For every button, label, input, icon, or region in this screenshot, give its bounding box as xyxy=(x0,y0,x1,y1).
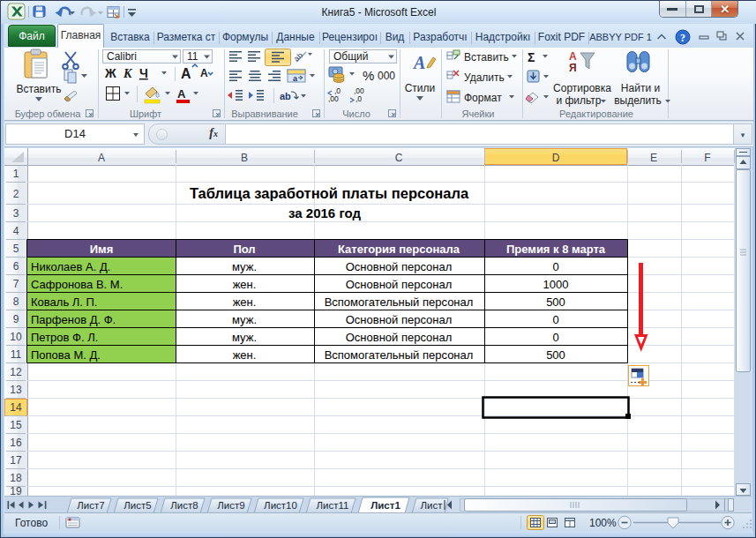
svg-text:F: F xyxy=(704,152,710,164)
svg-text:муж.: муж. xyxy=(232,313,257,326)
svg-text:19: 19 xyxy=(10,485,22,496)
svg-text:Премия к 8 марта: Премия к 8 марта xyxy=(506,243,606,256)
svg-text:A: A xyxy=(98,152,105,164)
svg-text:10: 10 xyxy=(10,331,22,343)
svg-text:Основной персонал: Основной персонал xyxy=(346,278,453,291)
svg-text:Общий: Общий xyxy=(333,50,369,63)
svg-text:13: 13 xyxy=(10,384,22,396)
svg-text:Calibri: Calibri xyxy=(107,50,137,63)
svg-text:Лист7: Лист7 xyxy=(77,500,104,511)
svg-text:C: C xyxy=(395,152,403,164)
svg-text:,00: ,00 xyxy=(328,94,339,103)
svg-text:Попова М. Д.: Попова М. Д. xyxy=(31,348,101,362)
svg-text:0: 0 xyxy=(552,331,558,344)
svg-text:Лист10: Лист10 xyxy=(264,500,297,511)
svg-text:Буфер обмена: Буфер обмена xyxy=(15,108,82,119)
svg-text:за 2016 год: за 2016 год xyxy=(288,205,361,220)
svg-text:А: А xyxy=(412,53,425,72)
svg-text:Основной персонал: Основной персонал xyxy=(346,331,453,344)
svg-text:Лист8: Лист8 xyxy=(170,500,198,511)
svg-text:Николаев А. Д.: Николаев А. Д. xyxy=(31,260,110,273)
svg-text:000: 000 xyxy=(378,70,395,82)
svg-text:Стили: Стили xyxy=(405,82,436,94)
svg-text:жен.: жен. xyxy=(233,348,257,362)
svg-text:Вставить: Вставить xyxy=(17,83,62,95)
svg-text:15: 15 xyxy=(10,419,22,431)
svg-text:6: 6 xyxy=(13,260,19,273)
svg-text:?: ? xyxy=(680,32,685,44)
svg-text:Коваль Л. П.: Коваль Л. П. xyxy=(31,295,97,309)
svg-text:Число: Число xyxy=(342,108,371,119)
svg-text:К: К xyxy=(123,67,133,80)
svg-text:8: 8 xyxy=(13,295,19,308)
svg-text:500: 500 xyxy=(546,348,565,362)
svg-text:D: D xyxy=(552,152,560,164)
svg-text:Петров Ф. Л.: Петров Ф. Л. xyxy=(31,331,98,344)
svg-text:18: 18 xyxy=(10,472,22,484)
svg-text:7: 7 xyxy=(13,278,19,290)
svg-text:А: А xyxy=(200,67,208,79)
svg-text:Таблица заработной платы персо: Таблица заработной платы персонала xyxy=(190,185,469,201)
svg-text:А: А xyxy=(569,50,577,63)
svg-text:17: 17 xyxy=(10,454,22,467)
svg-text:Пол: Пол xyxy=(233,243,255,256)
svg-text:Вставить: Вставить xyxy=(464,51,509,64)
svg-text:11: 11 xyxy=(11,348,22,361)
svg-text:Сафронова В. М.: Сафронова В. М. xyxy=(31,278,123,291)
svg-text:А: А xyxy=(181,66,191,81)
svg-text:и фильтр: и фильтр xyxy=(556,94,601,107)
svg-text:выделить: выделить xyxy=(614,94,662,107)
svg-text:Лист11: Лист11 xyxy=(317,500,349,511)
svg-text:Шрифт: Шрифт xyxy=(130,108,161,119)
svg-text:Ячейки: Ячейки xyxy=(462,108,495,119)
svg-text:Лист1: Лист1 xyxy=(371,500,400,511)
svg-text:4: 4 xyxy=(13,225,19,237)
svg-text:%: % xyxy=(363,68,374,83)
svg-text:Найти и: Найти и xyxy=(621,82,660,94)
svg-text:Ч: Ч xyxy=(139,66,148,80)
svg-text:0: 0 xyxy=(552,313,558,326)
svg-text:Основной персонал: Основной персонал xyxy=(346,313,453,326)
svg-text:Лист9: Лист9 xyxy=(217,500,244,511)
svg-text:Парфенов Д. Ф.: Парфенов Д. Ф. xyxy=(31,313,116,326)
svg-text:9: 9 xyxy=(13,313,19,325)
svg-text:ab: ab xyxy=(292,51,304,64)
svg-text:Вспомогательный персонал: Вспомогательный персонал xyxy=(325,295,474,309)
svg-text:Формат: Формат xyxy=(464,92,502,104)
svg-text:Лист: Лист xyxy=(421,500,444,511)
svg-text:Удалить: Удалить xyxy=(464,71,505,84)
svg-text:16: 16 xyxy=(10,437,22,449)
svg-text:муж.: муж. xyxy=(232,331,257,344)
svg-text:жен.: жен. xyxy=(233,278,257,291)
svg-text:500: 500 xyxy=(546,295,565,309)
svg-text:1: 1 xyxy=(13,168,19,180)
svg-text:муж.: муж. xyxy=(232,260,257,273)
svg-text:Категория персонала: Категория персонала xyxy=(338,243,460,256)
svg-text:Вспомогательный персонал: Вспомогательный персонал xyxy=(325,348,474,362)
svg-text:100%: 100% xyxy=(589,517,617,529)
svg-text:Выравнивание: Выравнивание xyxy=(231,108,298,119)
svg-text:12: 12 xyxy=(10,366,22,378)
svg-text:0: 0 xyxy=(552,260,558,273)
svg-text:11: 11 xyxy=(187,50,198,63)
svg-text:Лист5: Лист5 xyxy=(124,500,151,511)
svg-text:А: А xyxy=(177,87,186,101)
svg-text:B: B xyxy=(241,152,248,164)
svg-text:2: 2 xyxy=(13,188,19,200)
svg-text:3: 3 xyxy=(13,207,19,220)
svg-text:,0: ,0 xyxy=(356,94,362,103)
svg-text:Имя: Имя xyxy=(90,243,114,256)
svg-text:Σ: Σ xyxy=(528,50,535,64)
svg-text:5: 5 xyxy=(13,243,19,255)
svg-text:14: 14 xyxy=(10,401,22,414)
svg-text:Я: Я xyxy=(569,62,577,74)
svg-text:Ж: Ж xyxy=(104,66,116,80)
svg-text:E: E xyxy=(650,152,657,164)
svg-text:жен.: жен. xyxy=(233,295,257,309)
svg-text:Редактирование: Редактирование xyxy=(559,108,633,119)
svg-text:Готово: Готово xyxy=(15,517,48,529)
svg-text:Сортировка: Сортировка xyxy=(553,82,611,94)
svg-text:ab: ab xyxy=(280,91,291,101)
svg-text:1000: 1000 xyxy=(543,278,569,291)
svg-text:Основной персонал: Основной персонал xyxy=(346,260,453,273)
